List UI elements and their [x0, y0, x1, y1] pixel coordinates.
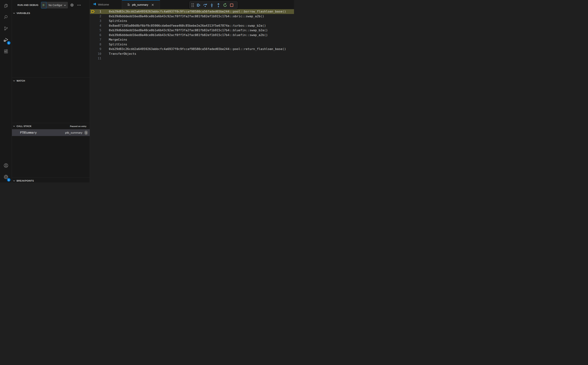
debug-toolbar — [189, 1, 238, 9]
stop-icon[interactable] — [228, 2, 235, 8]
editor-group: Welcome ptb_summary — [90, 0, 294, 182]
chevron-down-icon — [13, 180, 15, 182]
debug-badge: 1 — [7, 41, 10, 45]
sidebar-item-accounts[interactable] — [0, 160, 12, 171]
watch-section-header[interactable]: WATCH — [12, 78, 90, 84]
line-number: 1 — [97, 10, 101, 13]
line-number: 10 — [97, 52, 101, 56]
ellipsis-icon[interactable] — [76, 2, 82, 8]
code-line[interactable]: 50xb39d6dddedd16ed8a40ce0b1e6b43c92acf0f… — [90, 28, 294, 33]
step-out-icon[interactable] — [215, 2, 222, 8]
step-into-icon[interactable] — [208, 2, 215, 8]
variables-body — [12, 16, 90, 77]
tab-ptb-summary-label: ptb_summary — [132, 3, 148, 6]
line-number: 6 — [97, 33, 101, 37]
sidebar-item-extensions[interactable] — [0, 46, 12, 57]
line-text: SplitCoins — [101, 43, 127, 46]
breakpoint-gutter[interactable] — [90, 28, 97, 33]
breakpoints-section-header[interactable]: BREAKPOINTS — [12, 178, 90, 182]
run-and-debug-sidebar: RUN AND DEBUG No Configur — [12, 0, 90, 182]
activity-bar-bottom: 1 — [0, 160, 12, 182]
breakpoint-gutter[interactable] — [90, 51, 97, 56]
chevron-down-icon — [13, 126, 15, 127]
line-number: 11 — [97, 56, 101, 60]
code-line[interactable]: 10xb29d83c26cdd2a64959263abbcfc4a6937f0c… — [90, 9, 294, 14]
call-stack-section-label: CALL STACK — [17, 125, 32, 127]
line-number: 4 — [97, 24, 101, 27]
sidebar-item-explorer[interactable] — [0, 0, 12, 11]
frame-source: ptb_summary — [65, 131, 84, 134]
tab-ptb-summary[interactable]: ptb_summary — [122, 0, 160, 9]
sidebar-header: RUN AND DEBUG No Configur — [12, 0, 90, 10]
debug-start-icon[interactable] — [41, 2, 46, 8]
line-text: 0x8ae871505a80d8bf6bf9c05906cda6edfeea46… — [101, 24, 266, 27]
breakpoint-gutter[interactable] — [90, 23, 97, 28]
account-icon — [3, 163, 9, 168]
gripper-icon[interactable] — [191, 3, 194, 7]
call-stack-frame-row[interactable]: PTBSummary ptb_summary 1 — [12, 129, 90, 136]
breakpoint-gutter[interactable] — [90, 56, 97, 61]
breakpoint-gutter[interactable] — [90, 42, 97, 47]
sidebar-item-run-and-debug[interactable]: 1 — [0, 34, 12, 46]
code-lines: 10xb29d83c26cdd2a64959263abbcfc4a6937f0c… — [90, 9, 294, 61]
breakpoint-gutter[interactable] — [90, 37, 97, 42]
search-icon — [3, 15, 8, 20]
code-line[interactable]: 10TransferObjects — [90, 51, 294, 56]
call-stack-body — [12, 136, 90, 177]
code-line[interactable]: 90xb29d83c26cdd2a64959263abbcfc4a6937f0c… — [90, 47, 294, 51]
sidebar-item-settings[interactable]: 1 — [0, 171, 12, 182]
sidebar-item-search[interactable] — [0, 11, 12, 23]
line-number: 7 — [97, 38, 101, 41]
code-line[interactable]: 40x8ae871505a80d8bf6bf9c05906cda6edfeea4… — [90, 23, 294, 28]
close-icon[interactable] — [151, 3, 155, 7]
code-line[interactable]: 11 — [90, 56, 294, 61]
chevron-down-icon — [64, 4, 66, 7]
debug-configuration-dropdown[interactable]: No Configur — [41, 2, 68, 8]
vscode-window: 1 — [0, 0, 294, 182]
variables-section: VARIABLES — [12, 10, 90, 77]
step-over-icon[interactable] — [202, 2, 208, 8]
line-text: 0xb29d83c26cdd2a64959263abbcfc4a6937f0c9… — [101, 10, 286, 13]
list-lines-icon — [128, 3, 130, 7]
breakpoint-gutter[interactable] — [90, 33, 97, 37]
call-stack-section-header[interactable]: CALL STACK Paused on entry — [12, 123, 90, 129]
extensions-icon — [3, 49, 8, 54]
code-line[interactable]: 7MergeCoins — [90, 37, 294, 42]
breakpoints-section-label: BREAKPOINTS — [17, 180, 34, 182]
tab-welcome[interactable]: Welcome — [90, 0, 122, 9]
chevron-down-icon — [13, 80, 15, 82]
files-icon — [3, 3, 8, 8]
line-number: 8 — [97, 43, 101, 46]
continue-icon[interactable] — [195, 2, 202, 8]
line-number: 3 — [97, 19, 101, 23]
chevron-down-icon — [13, 13, 15, 14]
line-text: MergeCoins — [101, 38, 127, 41]
restart-icon[interactable] — [222, 2, 228, 8]
paused-status-text: Paused on entry — [70, 125, 86, 127]
line-text: 0xb39d6dddedd16ed8a40ce0b1e6b43c92acf0ff… — [101, 28, 268, 32]
sidebar-item-source-control[interactable] — [0, 23, 12, 34]
breakpoint-gutter[interactable] — [90, 19, 97, 23]
code-line[interactable]: 8SplitCoins — [90, 42, 294, 47]
code-editor[interactable]: 10xb29d83c26cdd2a64959263abbcfc4a6937f0c… — [90, 9, 294, 182]
settings-badge: 1 — [7, 178, 10, 182]
breakpoints-section: BREAKPOINTS — [12, 177, 90, 182]
activity-bar: 1 — [0, 0, 12, 182]
line-text: 0xb39d6dddedd16ed8a40ce0b1e6b43c92acf0ff… — [101, 33, 268, 37]
source-control-icon — [3, 26, 8, 31]
breakpoint-gutter[interactable] — [90, 47, 97, 51]
code-line[interactable]: 3SplitCoins — [90, 19, 294, 23]
breakpoint-gutter[interactable] — [90, 14, 97, 19]
debug-configuration-label: No Configur — [49, 4, 62, 7]
variables-section-label: VARIABLES — [17, 12, 30, 14]
code-line[interactable]: 20xb39d6dddedd16ed8a40ce0b1e6b43c92acf0f… — [90, 14, 294, 19]
watch-section: WATCH — [12, 77, 90, 123]
code-line[interactable]: 60xb39d6dddedd16ed8a40ce0b1e6b43c92acf0f… — [90, 33, 294, 37]
line-text: TransferObjects — [101, 52, 136, 56]
line-text: 0xb29d83c26cdd2a64959263abbcfc4a6937f0c9… — [101, 47, 286, 51]
gear-icon[interactable] — [69, 2, 75, 8]
line-number: 9 — [97, 47, 101, 51]
current-line-arrow-icon[interactable] — [90, 9, 97, 14]
watch-body — [12, 84, 90, 123]
variables-section-header[interactable]: VARIABLES — [12, 10, 90, 16]
